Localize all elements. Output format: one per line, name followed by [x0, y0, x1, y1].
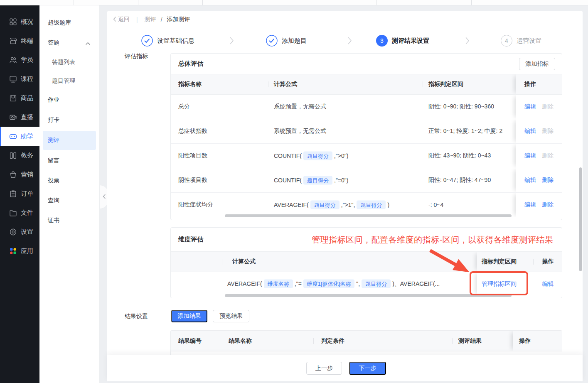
sidebar-item-live[interactable]: 直播 — [0, 108, 39, 127]
indicator-formula: 系统预置，无需公式 — [274, 128, 326, 135]
sidebar-item-courses[interactable]: 课程 — [0, 69, 39, 88]
chevron-left-icon — [113, 16, 116, 23]
row-actions: 编辑 删除 — [516, 144, 562, 168]
chevron-left-icon — [103, 193, 106, 201]
sidebar-item-label: 应用 — [21, 247, 33, 255]
formula-field-tag: 题目得分 — [357, 201, 386, 209]
submenu-item-checkin[interactable]: 打卡 — [39, 110, 99, 130]
table-row: 阳性症状均分 AVERAGEIF(题目得分,">1",题目得分) -: 0~4 … — [171, 193, 562, 217]
table-row: 阳性项目数 COUNTIF(题目得分,">0") 阳性: 43~90; 阴性: … — [171, 144, 562, 168]
sidebar-item-settings[interactable]: 设置 — [0, 222, 39, 241]
table-header-row: 结果编号 结果名称 判定条件 测评结果 操作 — [171, 331, 562, 351]
sidebar-item-label: 直播 — [21, 113, 33, 121]
dimension-evaluation-table: 维度评估 计算公式 指标判定区间 操作 AVERAGEIF(维度名称,"=维度1… — [170, 227, 562, 298]
sidebar-item-students[interactable]: 学员 — [0, 50, 39, 69]
tab-separator — [74, 0, 74, 5]
sidebar-item-label: 终端 — [21, 37, 33, 45]
result-table: 结果编号 结果名称 判定条件 测评结果 操作 — [170, 330, 562, 355]
col-action: 操作 — [533, 258, 562, 265]
sidebar-item-study-aid[interactable]: 助学 — [0, 127, 39, 146]
delete-link: 删除 — [542, 128, 554, 135]
horizontal-scrollbar[interactable] — [225, 214, 512, 217]
sidebar-item-apps[interactable]: 应用 — [0, 241, 39, 260]
col-action: 操作 — [513, 331, 562, 351]
primary-sidebar: 概况 终端 学员 课程 商品 直播 助学 教务 — [0, 5, 39, 383]
delete-link[interactable]: 删除 — [542, 177, 554, 184]
back-button[interactable]: 返回 — [113, 16, 130, 23]
submenu-item-message[interactable]: 留言 — [39, 151, 99, 171]
table-title-row: 总体评估 添加指标 — [171, 54, 562, 74]
vertical-scrollbar[interactable] — [579, 167, 582, 271]
submenu-item-query[interactable]: 查询 — [39, 191, 99, 211]
sidebar-item-orders[interactable]: 订单 — [0, 184, 39, 203]
horizontal-scrollbar[interactable] — [225, 294, 512, 297]
academic-icon — [9, 152, 17, 160]
goods-box-icon — [9, 94, 17, 102]
sidebar-item-label: 文件 — [21, 209, 33, 217]
sidebar-item-marketing[interactable]: 营销 — [0, 165, 39, 184]
formula-field-tag: 题目得分 — [303, 152, 332, 160]
col-range: 指标判定区间 — [428, 81, 463, 88]
add-indicator-button[interactable]: 添加指标 — [519, 58, 555, 70]
step-basic-info[interactable]: 设置基础信息 — [141, 35, 194, 47]
step-add-questions[interactable]: 添加题目 — [266, 35, 307, 47]
add-result-button[interactable]: 添加结果 — [171, 310, 207, 322]
storefront-icon — [9, 37, 17, 45]
col-action: 操作 — [516, 74, 562, 94]
submenu-item-answering[interactable]: 答题 — [39, 33, 99, 53]
edit-link[interactable]: 编辑 — [524, 103, 536, 110]
indicator-name: 总分 — [178, 103, 190, 110]
indicator-range: -: 0~4 — [428, 201, 443, 208]
submenu-item-answer-list[interactable]: 答题列表 — [39, 53, 99, 71]
sidebar-item-academic[interactable]: 教务 — [0, 146, 39, 165]
col-result: 测评结果 — [458, 337, 482, 345]
sidebar-item-goods[interactable]: 商品 — [0, 88, 39, 108]
edit-link[interactable]: 编辑 — [524, 177, 536, 184]
submenu-item-assessment[interactable]: 测评 — [43, 131, 96, 150]
submenu-item-vote[interactable]: 投票 — [39, 171, 99, 191]
tab-separator — [376, 0, 376, 5]
breadcrumb-section[interactable]: 测评 — [145, 16, 156, 23]
result-settings-label: 结果设置 — [125, 313, 148, 320]
indicator-name: 阳性项目数 — [178, 152, 207, 160]
overall-evaluation-table: 总体评估 添加指标 指标名称 计算公式 指标判定区间 操作 总分 系统预置，无需… — [170, 53, 562, 220]
edit-link[interactable]: 编辑 — [524, 152, 536, 160]
submenu-item-question-bank[interactable]: 超级题库 — [39, 13, 99, 33]
manage-indicator-range-link[interactable]: 管理指标区间 — [482, 280, 517, 287]
sidebar-item-terminal[interactable]: 终端 — [0, 31, 39, 50]
preview-result-button[interactable]: 预览结果 — [213, 310, 249, 322]
row-actions: 编辑 删除 — [516, 119, 562, 143]
step-number: 3 — [376, 35, 388, 47]
step-operation-settings[interactable]: 4 运营设置 — [501, 35, 541, 47]
wizard-footer: 上一步 下一步 — [107, 355, 583, 381]
step-result-settings[interactable]: 3 测评结果设置 — [376, 35, 429, 47]
table-row: AVERAGEIF(维度名称,"=维度1[躯体化]名称",题目得分)、AVERA… — [171, 272, 562, 295]
submenu-item-question-management[interactable]: 题目管理 — [39, 71, 99, 90]
submenu-item-certificate[interactable]: 证书 — [39, 211, 99, 231]
previous-step-button[interactable]: 上一步 — [306, 362, 342, 375]
row-actions: 编辑 删除 — [516, 168, 562, 192]
edit-link[interactable]: 编辑 — [524, 128, 536, 135]
next-step-button[interactable]: 下一步 — [349, 362, 386, 375]
indicator-name: 阴性项目数 — [178, 177, 207, 184]
check-circle-icon — [266, 35, 278, 47]
sticky-columns: 指标判定区间 操作 — [477, 252, 562, 272]
sidebar-item-overview[interactable]: 概况 — [0, 12, 39, 31]
delete-link[interactable]: 删除 — [542, 201, 554, 209]
table-header-row: 计算公式 指标判定区间 操作 — [171, 251, 562, 272]
chevron-right-icon — [230, 37, 234, 46]
edit-link[interactable]: 编辑 — [542, 280, 554, 287]
table-row: 总分 系统预置，无需公式 阴性: 0~90; 阳性: 90~360 编辑 删除 — [171, 95, 562, 119]
sidebar-item-files[interactable]: 文件 — [0, 203, 39, 222]
col-formula: 计算公式 — [274, 81, 297, 88]
edit-link[interactable]: 编辑 — [524, 201, 536, 209]
delete-link: 删除 — [542, 152, 554, 160]
submenu-item-homework[interactable]: 作业 — [39, 90, 99, 110]
check-circle-icon — [141, 35, 153, 47]
sidebar-item-label: 商品 — [21, 94, 33, 102]
chevron-up-icon — [86, 39, 90, 46]
table-header-row: 指标名称 计算公式 指标判定区间 操作 — [171, 74, 562, 95]
order-clipboard-icon — [9, 190, 17, 198]
apps-icon — [9, 247, 17, 255]
tab-separator — [471, 0, 472, 5]
